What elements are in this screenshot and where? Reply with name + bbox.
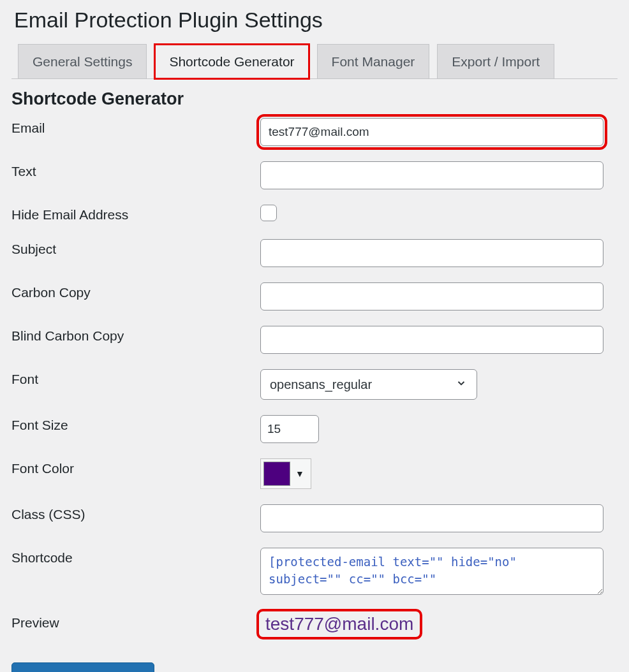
font-label: Font (11, 369, 260, 387)
hide-email-label: Hide Email Address (11, 205, 260, 223)
font-size-input[interactable] (260, 415, 319, 443)
font-size-label: Font Size (11, 415, 260, 433)
email-input[interactable] (260, 118, 603, 146)
page-title: Email Protection Plugin Settings (11, 8, 618, 33)
subject-label: Subject (11, 239, 260, 257)
dropdown-triangle-icon: ▼ (295, 469, 304, 479)
tab-font-manager[interactable]: Font Manager (317, 44, 430, 78)
subject-input[interactable] (260, 239, 603, 267)
text-label: Text (11, 161, 260, 179)
font-select-value: opensans_regular (270, 377, 372, 392)
tab-export-import[interactable]: Export / Import (437, 44, 554, 78)
tab-general-settings[interactable]: General Settings (18, 44, 147, 78)
bcc-label: Blind Carbon Copy (11, 326, 260, 344)
css-class-input[interactable] (260, 504, 603, 532)
tab-shortcode-generator[interactable]: Shortcode Generator (154, 44, 309, 79)
section-title: Shortcode Generator (11, 89, 618, 109)
cc-label: Carbon Copy (11, 282, 260, 300)
font-color-picker[interactable]: ▼ (260, 458, 311, 489)
shortcode-textarea[interactable] (260, 548, 603, 595)
add-new-shortcode-button[interactable]: Add New Shortcode (11, 662, 154, 672)
color-swatch (263, 462, 290, 486)
cc-input[interactable] (260, 282, 603, 310)
tabs-nav: General Settings Shortcode Generator Fon… (11, 44, 618, 79)
css-class-label: Class (CSS) (11, 504, 260, 522)
shortcode-label: Shortcode (11, 548, 260, 566)
preview-output: test777@mail.com (260, 613, 418, 636)
font-color-label: Font Color (11, 458, 260, 476)
font-select[interactable]: opensans_regular (260, 369, 477, 400)
bcc-input[interactable] (260, 326, 603, 354)
hide-email-checkbox[interactable] (260, 205, 277, 221)
email-label: Email (11, 118, 260, 136)
text-input[interactable] (260, 161, 603, 189)
preview-label: Preview (11, 613, 260, 631)
